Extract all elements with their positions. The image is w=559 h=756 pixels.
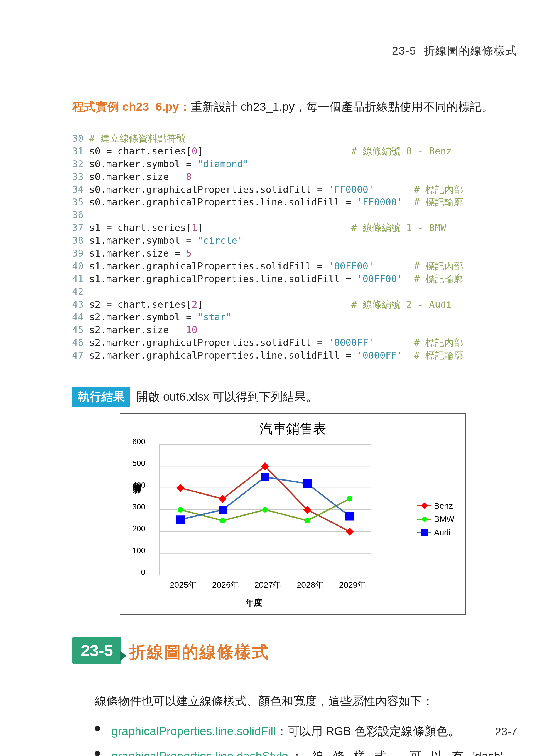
ytick: 600 [132,437,145,446]
property-name: graphicalProperties.line.dashStyle [111,750,288,756]
result-line: 執行結果開啟 out6.xlsx 可以得到下列結果。 [72,387,318,407]
example-intro: 程式實例 ch23_6.py：重新設計 ch23_1.py，每一個產品折線點使用… [72,97,517,116]
property-name: graphicalProperties.line.solidFill [111,725,276,738]
code-line: 34s0.marker.graphicalProperties.solidFil… [67,183,463,196]
ytick: 400 [132,481,145,490]
chart-title: 汽車銷售表 [120,414,466,438]
svg-point-8 [178,507,183,512]
code-line: 43s2 = chart.series[2] # 線條編號 2 - Audi [67,298,463,311]
svg-rect-14 [219,506,227,514]
code-line: 39s1.marker.size = 5 [67,247,463,260]
page-number: 23-7 [495,726,517,738]
list-item: graphicalProperties.line.solidFill：可以用 R… [95,720,517,742]
ytick: 0 [141,568,145,577]
section-title: 折線圖的線條樣式 [129,641,269,664]
code-line: 35s0.marker.graphicalProperties.line.sol… [67,196,463,209]
code-line: 41s1.marker.graphicalProperties.line.sol… [67,273,463,285]
result-text: 開啟 out6.xlsx 可以得到下列結果。 [136,390,318,403]
code-line: 42 [67,285,463,298]
code-line: 44s2.marker.symbol = "star" [67,311,463,324]
svg-rect-19 [421,529,428,536]
section-number: 23-5 [72,637,121,664]
chart-plot [159,444,371,575]
legend-item: Benz [417,501,454,510]
svg-rect-17 [346,512,354,520]
code-line: 30# 建立線條資料點符號 [67,132,463,145]
code-line: 33s0.marker.size = 8 [67,170,463,183]
ytick: 100 [132,546,145,555]
code-line: 31s0 = chart.series[0] # 線條編號 0 - Benz [67,145,463,158]
xcategory: 2026年 [212,579,239,591]
svg-point-12 [347,497,352,501]
section-rule [72,669,517,669]
legend-item: BMW [417,514,454,524]
xcategory: 2025年 [170,579,197,591]
chart-xcategories: 2025年2026年2027年2028年2029年 [162,579,374,591]
xcategory: 2027年 [254,579,282,591]
code-line: 32s0.marker.symbol = "diamond" [67,158,463,170]
code-line: 40s1.marker.graphicalProperties.solidFil… [67,260,463,273]
body-list: graphicalProperties.line.solidFill：可以用 R… [95,720,517,756]
ytick: 500 [132,459,145,468]
legend-label: Audi [434,528,451,537]
code-line: 45s2.marker.size = 10 [67,324,463,337]
svg-point-10 [263,507,268,512]
ytick: 200 [132,524,145,533]
example-colon: ： [179,100,191,113]
section-heading: 23-5 折線圖的線條樣式 [72,637,517,669]
svg-point-18 [422,517,427,522]
legend-label: Benz [434,501,453,510]
body-lead: 線條物件也可以建立線條樣式、顏色和寬度，這些屬性內容如下： [95,690,517,712]
svg-rect-13 [177,516,184,523]
list-item: graphicalProperties.line.dashStyle： 線 條 … [95,745,517,756]
code-line: 37s1 = chart.series[1] # 線條編號 1 - BMW [67,222,463,234]
ytick: 300 [132,503,145,511]
chart-xlabel: 年度 [120,597,387,609]
body-text: 線條物件也可以建立線條樣式、顏色和寬度，這些屬性內容如下： graphicalP… [95,690,517,756]
code-line: 36 [67,209,463,222]
svg-rect-15 [261,473,269,481]
svg-point-9 [220,518,225,523]
example-label-prefix: 程式實例 [72,100,122,113]
result-badge: 執行結果 [72,387,130,407]
example-filename: ch23_6.py [122,100,179,113]
page-header: 23-5 折線圖的線條樣式 [392,43,517,59]
xcategory: 2028年 [297,579,324,591]
chart-ylabel: 銷售數 [131,497,143,501]
code-block: 30# 建立線條資料點符號31s0 = chart.series[0] # 線條… [67,132,463,362]
header-title: 折線圖的線條樣式 [424,45,517,57]
legend-item: Audi [417,528,454,537]
code-line: 47s2.marker.graphicalProperties.line.sol… [67,349,463,362]
property-desc: ：可以用 RGB 色彩設定線條顏色。 [276,725,460,738]
xcategory: 2029年 [339,579,366,591]
svg-rect-16 [304,480,311,487]
example-desc: 重新設計 ch23_1.py，每一個產品折線點使用不同的標記。 [191,100,494,113]
chart-container: 汽車銷售表 銷售數 0100200300400500600 2025年2026年… [120,413,466,615]
header-section: 23-5 [392,45,417,57]
svg-point-11 [305,518,310,523]
chart-legend: BenzBMWAudi [417,497,454,541]
legend-label: BMW [434,514,454,524]
code-line: 38s1.marker.symbol = "circle" [67,234,463,247]
code-line: 46s2.marker.graphicalProperties.solidFil… [67,337,463,349]
